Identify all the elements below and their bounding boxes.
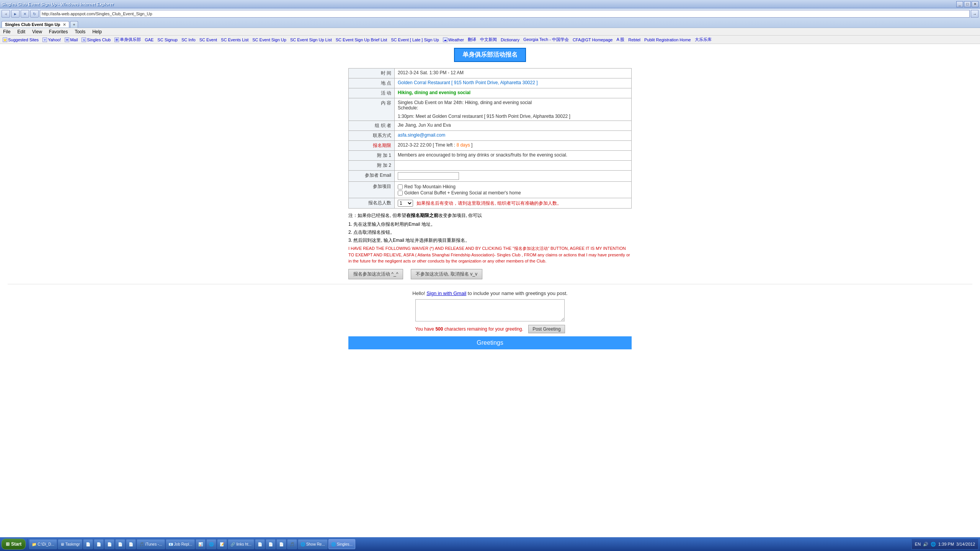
menu-file[interactable]: File — [2, 29, 12, 34]
greeting-textarea[interactable] — [415, 299, 565, 321]
item2-label: Golden Corral Buffet + Evening Social at… — [404, 190, 521, 196]
bookmark-suggested[interactable]: ⭐Suggested Sites — [2, 37, 40, 42]
bookmark-singles-club[interactable]: SSingles Club — [80, 37, 112, 42]
bookmark-cfa[interactable]: CFA@GT Homepage — [572, 37, 614, 42]
items-cell: Red Top Mountain Hiking Golden Corral Bu… — [395, 182, 632, 198]
greeting-section: Hello! Sign in with Gmail to include you… — [348, 290, 632, 349]
table-row-time: 时 间 2012-3-24 Sat. 1:30 PM - 12 AM — [349, 68, 632, 78]
post-greeting-button[interactable]: Post Greeting — [528, 325, 565, 333]
bookmark-a-stock[interactable]: A 股 — [615, 36, 626, 43]
item1-checkbox[interactable] — [398, 184, 403, 189]
location-value: Golden Corral Restaurant [ 915 North Poi… — [395, 78, 632, 88]
textarea-container — [348, 299, 632, 323]
count-select[interactable]: 1 2 3 4 5 — [398, 200, 413, 207]
menu-view[interactable]: View — [31, 29, 44, 34]
item2-row: Golden Corral Buffet + Evening Social at… — [398, 190, 628, 196]
note-step3: 3. 然后回到这里, 输入Email 地址并选择新的项目重新报名。 — [348, 237, 632, 244]
add1-label: 附 加 1 — [349, 151, 395, 161]
count-cell: 1 2 3 4 5 如果报名后有变动，请到这里取消报名, 组织者可以有准确的参加… — [395, 198, 632, 209]
add2-value — [395, 161, 632, 171]
bookmark-publit[interactable]: Publit Registration Home — [643, 37, 692, 42]
table-row-deadline: 报名期限 2012-3-22 22:00 [ Time left : 8 day… — [349, 141, 632, 151]
count-note: 如果报名后有变动，请到这里取消报名, 组织者可以有准确的参加人数。 — [416, 201, 562, 206]
add1-value: Members are encouraged to bring any drin… — [395, 151, 632, 161]
stop-btn[interactable]: ✕ — [21, 10, 29, 18]
greetings-header: Greetings — [348, 336, 632, 349]
table-row-content: 内 容 Singles Club Event on Mar 24th: Hiki… — [349, 98, 632, 121]
event-table: 时 间 2012-3-24 Sat. 1:30 PM - 12 AM 地 点 G… — [348, 68, 632, 209]
content-label: 内 容 — [349, 98, 395, 121]
bookmark-dalele[interactable]: 大乐乐库 — [694, 36, 713, 43]
close-btn[interactable]: ✕ — [972, 1, 978, 7]
items-label: 参加项目 — [349, 182, 395, 198]
bookmark-icon: 单 — [114, 37, 119, 42]
location-label: 地 点 — [349, 78, 395, 88]
bookmark-translate[interactable]: 翻译 — [467, 36, 477, 43]
bookmark-sc-cn[interactable]: 单单身俱乐部 — [113, 36, 142, 43]
bookmark-rebtel[interactable]: Rebtel — [627, 37, 642, 42]
address-bar[interactable] — [40, 10, 970, 18]
note-step2: 2. 点击取消报名按钮。 — [348, 229, 632, 236]
tab-new[interactable]: + — [70, 21, 78, 28]
tab-close-btn[interactable]: ✕ — [63, 23, 66, 27]
email-input[interactable] — [398, 172, 459, 180]
back-btn[interactable]: ◄ — [2, 10, 10, 18]
bookmark-sc-late[interactable]: SC Event [ Late ] Sign Up — [390, 37, 440, 42]
table-row-activity: 活 动 Hiking, dining and evening social — [349, 88, 632, 98]
bookmarks-bar: ⭐Suggested Sites YYahoo! ✉Mail SSingles … — [0, 36, 980, 44]
nav-bar: ◄ ► ✕ ↻ → — [0, 8, 980, 19]
bookmark-icon: ✉ — [65, 37, 69, 42]
contact-value: asfa.single@gmail.com — [395, 131, 632, 141]
bookmark-sc-brief[interactable]: SC Event Sign Up Brief List — [335, 37, 389, 42]
bookmark-dictionary[interactable]: Dictionary — [500, 37, 521, 42]
page-title: 单身俱乐部活动报名 — [454, 48, 526, 62]
window-controls: _ □ ✕ — [956, 1, 978, 7]
bookmark-sc-event-signup[interactable]: SC Event Sign Up — [251, 37, 287, 42]
menu-bar: File Edit View Favorites Tools Help — [0, 28, 980, 36]
forward-btn[interactable]: ► — [11, 10, 20, 18]
add2-label: 附 加 2 — [349, 161, 395, 171]
go-btn[interactable]: → — [971, 10, 978, 18]
time-label: 时 间 — [349, 68, 395, 78]
bookmark-sc-event[interactable]: SC Event — [198, 37, 218, 42]
menu-tools[interactable]: Tools — [73, 29, 87, 34]
item1-row: Red Top Mountain Hiking — [398, 184, 628, 189]
window-title: Singles Club Event Sign Up - Windows Int… — [2, 2, 114, 7]
item2-checkbox[interactable] — [398, 191, 403, 196]
bookmark-mail[interactable]: ✉Mail — [64, 37, 79, 42]
organizer-value: Jie Jiang, Jun Xu and Eva — [395, 121, 632, 131]
table-row-add2: 附 加 2 — [349, 161, 632, 171]
bookmark-gae[interactable]: GAE — [144, 37, 155, 42]
bookmark-icon: S — [82, 37, 86, 42]
table-row-organizer: 组 织 者 Jie Jiang, Jun Xu and Eva — [349, 121, 632, 131]
bookmark-chinese-news[interactable]: 中文新闻 — [479, 36, 498, 43]
tab-bar: Singles Club Event Sign Up ✕ + — [0, 19, 980, 28]
contact-label: 联系方式 — [349, 131, 395, 141]
organizer-label: 组 织 者 — [349, 121, 395, 131]
table-row-add1: 附 加 1 Members are encouraged to bring an… — [349, 151, 632, 161]
bookmark-weather[interactable]: ☁Weather — [442, 37, 465, 42]
reload-btn[interactable]: ↻ — [30, 10, 39, 18]
activity-label: 活 动 — [349, 88, 395, 98]
table-row-count: 报名总人数 1 2 3 4 5 如果报名后有变动，请到这里取消报名, 组织者可以… — [349, 198, 632, 209]
activity-value: Hiking, dining and evening social — [395, 88, 632, 98]
bookmark-sc-event-signup-list[interactable]: SC Event Sign Up List — [289, 37, 333, 42]
menu-help[interactable]: Help — [91, 29, 103, 34]
bookmark-sc-info[interactable]: SC Info — [180, 37, 197, 42]
sign-up-button[interactable]: 报名参加这次活动 ^_^ — [348, 269, 403, 279]
minimize-btn[interactable]: _ — [956, 1, 963, 7]
menu-edit[interactable]: Edit — [16, 29, 27, 34]
menu-favorites[interactable]: Favorites — [47, 29, 69, 34]
bookmark-icon: Y — [42, 37, 47, 42]
tab-main[interactable]: Singles Club Event Sign Up ✕ — [2, 21, 69, 28]
bookmark-yahoo[interactable]: YYahoo! — [41, 37, 62, 42]
maximize-btn[interactable]: □ — [964, 1, 971, 7]
bookmark-sc-events-list[interactable]: SC Events List — [220, 37, 250, 42]
table-row-contact: 联系方式 asfa.single@gmail.com — [349, 131, 632, 141]
gmail-link[interactable]: Sign in with Gmail — [426, 290, 466, 296]
bookmark-sc-signup[interactable]: SC Signup — [156, 37, 179, 42]
bookmark-gt[interactable]: Georgia Tech - 中国学会 — [522, 36, 570, 43]
cancel-button[interactable]: 不参加这次活动, 取消报名 v_v — [411, 269, 482, 279]
title-bar: Singles Club Event Sign Up - Windows Int… — [0, 0, 980, 8]
note-main: 注：如果你已经报名, 但希望在报名期限之前改变参加项目, 你可以 — [348, 212, 632, 219]
